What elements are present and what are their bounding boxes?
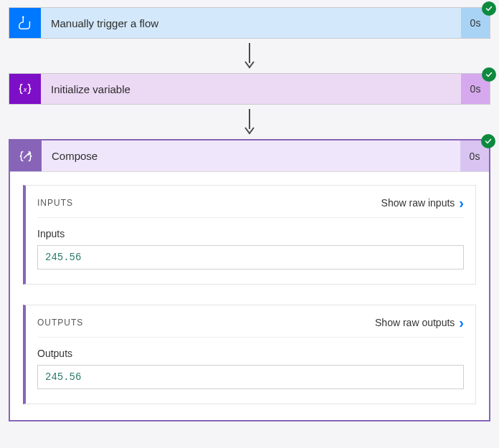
show-raw-inputs-link[interactable]: Show raw inputs › bbox=[381, 196, 464, 210]
svg-text:x: x bbox=[23, 86, 27, 93]
show-raw-outputs-label: Show raw outputs bbox=[375, 317, 455, 328]
variable-icon: x bbox=[9, 74, 41, 104]
outputs-section: OUTPUTS Show raw outputs › Outputs 245.5… bbox=[23, 305, 476, 404]
step-initialize-variable[interactable]: x Initialize variable 0s bbox=[9, 73, 490, 105]
step-compose-expanded: Compose 0s INPUTS Show raw inputs › Inpu… bbox=[9, 139, 490, 421]
chevron-right-icon: › bbox=[459, 196, 464, 210]
outputs-value: 245.56 bbox=[37, 365, 464, 389]
show-raw-inputs-label: Show raw inputs bbox=[381, 197, 455, 209]
success-badge-icon bbox=[482, 67, 496, 82]
compose-body: INPUTS Show raw inputs › Inputs 245.56 O… bbox=[10, 172, 489, 420]
success-badge-icon bbox=[482, 1, 496, 16]
chevron-right-icon: › bbox=[459, 315, 464, 330]
step-title: Compose bbox=[42, 140, 460, 171]
inputs-header: INPUTS bbox=[37, 198, 73, 208]
trigger-icon bbox=[9, 8, 41, 38]
outputs-header: OUTPUTS bbox=[37, 318, 83, 328]
step-compose-header[interactable]: Compose 0s bbox=[10, 140, 489, 172]
step-title: Manually trigger a flow bbox=[41, 8, 461, 38]
step-title: Initialize variable bbox=[41, 74, 461, 104]
show-raw-outputs-link[interactable]: Show raw outputs › bbox=[375, 315, 464, 330]
success-badge-icon bbox=[481, 134, 495, 148]
arrow-connector bbox=[9, 105, 490, 139]
outputs-field-label: Outputs bbox=[37, 348, 464, 359]
inputs-field-label: Inputs bbox=[37, 228, 464, 239]
inputs-section: INPUTS Show raw inputs › Inputs 245.56 bbox=[23, 185, 476, 285]
inputs-value: 245.56 bbox=[37, 245, 464, 270]
compose-icon bbox=[10, 140, 42, 171]
arrow-connector bbox=[9, 39, 490, 73]
svg-point-0 bbox=[22, 16, 24, 18]
step-trigger[interactable]: Manually trigger a flow 0s bbox=[9, 7, 490, 39]
